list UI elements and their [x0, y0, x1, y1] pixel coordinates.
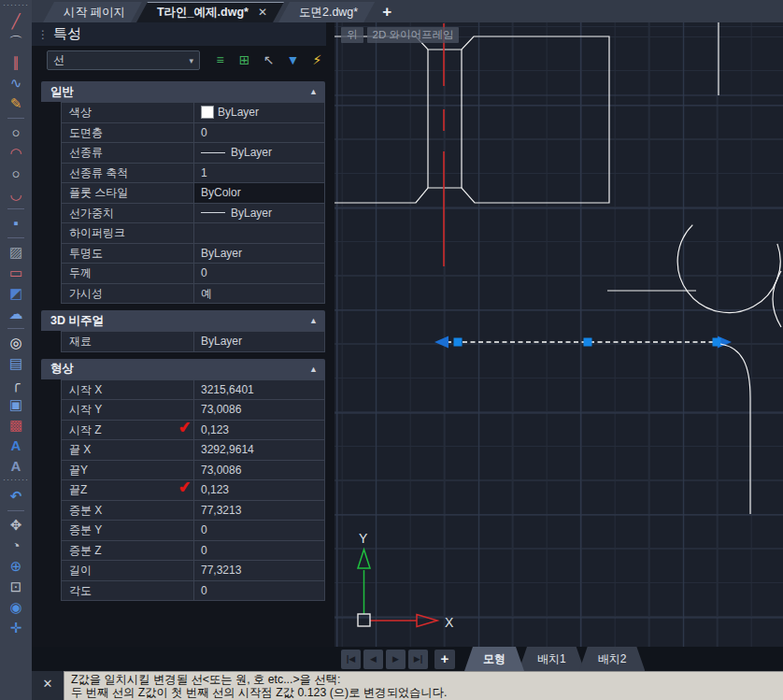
- ucs-y-label: Y: [359, 531, 368, 546]
- pan-icon[interactable]: ✥: [2, 515, 30, 536]
- property-row[interactable]: 증분 X 77,3213: [61, 501, 325, 521]
- circle-icon[interactable]: ○: [2, 122, 30, 143]
- close-tab-icon[interactable]: ✕: [258, 6, 267, 19]
- text-icon[interactable]: A: [2, 456, 30, 477]
- prev-layout-button[interactable]: ◀: [363, 650, 383, 669]
- polyline-icon[interactable]: ⌒: [2, 32, 30, 52]
- quick-select-icon[interactable]: ⊞: [235, 51, 253, 69]
- new-tab-button[interactable]: +: [382, 3, 392, 21]
- close-command-line-icon[interactable]: ✕: [32, 671, 64, 700]
- quick-filter-icon[interactable]: ⚡: [308, 51, 326, 69]
- property-row[interactable]: 증분 Z 0: [61, 541, 325, 562]
- property-row[interactable]: 시작 X 3215,6401: [61, 380, 325, 401]
- rectangle-icon[interactable]: ▭: [2, 263, 30, 283]
- section-header-3d-visual[interactable]: 3D 비주얼 ▲: [41, 310, 325, 331]
- command-line-text[interactable]: Z값을 일치시킬 변경될 선<또는 원, 호 etc...>을 선택: 두 번째…: [64, 671, 783, 700]
- pickadd-toggle-icon[interactable]: ≡: [211, 51, 229, 69]
- part-outline[interactable]: [335, 36, 609, 203]
- fillet-icon[interactable]: ╭: [2, 374, 30, 394]
- ellipse-icon[interactable]: ○: [2, 164, 30, 184]
- zoom-realtime-icon[interactable]: ⊕: [2, 556, 30, 577]
- property-row[interactable]: 각도 0: [61, 581, 325, 602]
- property-row[interactable]: 도면층 0: [61, 123, 325, 144]
- toolbar-grip[interactable]: ·······: [2, 2, 30, 11]
- circle-arc[interactable]: [677, 225, 780, 313]
- property-row[interactable]: 끝 X 3292,9614: [61, 440, 325, 461]
- mtext-icon[interactable]: A: [2, 436, 30, 456]
- grip-start[interactable]: [454, 338, 463, 347]
- offset-icon[interactable]: ∥: [2, 52, 30, 73]
- property-row[interactable]: 끝Z✔ 0,123: [61, 480, 325, 501]
- property-row[interactable]: 선가중치 ByLayer: [61, 204, 325, 224]
- property-row[interactable]: 끝Y 73,0086: [61, 461, 325, 481]
- fillet-curve[interactable]: [720, 344, 750, 514]
- grip-mid[interactable]: [584, 338, 592, 347]
- edge-arc[interactable]: [773, 271, 781, 327]
- file-tab-bar: 시작 페이지 T라인_예제.dwg*✕ 도면2.dwg* +: [32, 0, 783, 22]
- next-layout-button[interactable]: ▶: [386, 650, 406, 669]
- divider[interactable]: [7, 118, 24, 119]
- file-tab-start-page[interactable]: 시작 페이지: [43, 2, 142, 22]
- property-row[interactable]: 길이 77,3213: [61, 561, 325, 581]
- section-header-geometry[interactable]: 형상 ▲: [41, 359, 325, 379]
- property-row[interactable]: 가시성 예: [61, 284, 325, 305]
- property-row[interactable]: 시작 Z✔ 0,123: [61, 421, 325, 441]
- property-row[interactable]: 색상 ByLayer: [61, 103, 325, 123]
- property-row[interactable]: 플롯 스타일 ByColor: [61, 183, 325, 204]
- filter-icon[interactable]: ▼: [284, 51, 302, 69]
- donut-icon[interactable]: ◎: [2, 333, 30, 353]
- zoom-previous-icon[interactable]: ◔: [2, 536, 30, 556]
- tab-layout2[interactable]: 배치2: [579, 647, 646, 671]
- divider[interactable]: [7, 510, 24, 511]
- slot-lines[interactable]: [428, 50, 462, 188]
- object-type-select[interactable]: 선 ▾: [47, 50, 200, 70]
- gradient-icon[interactable]: ◩: [2, 283, 30, 304]
- property-row[interactable]: 선종류 축척 1: [61, 164, 325, 184]
- collapse-icon[interactable]: ▲: [309, 316, 318, 325]
- property-row[interactable]: 선종류 ByLayer: [61, 143, 325, 164]
- divider[interactable]: [7, 237, 24, 238]
- viewport-control[interactable]: 위: [341, 27, 363, 43]
- viewport-control[interactable]: 2D 와이어프레임: [367, 27, 460, 43]
- region-icon[interactable]: ▣: [2, 394, 30, 415]
- divider[interactable]: [7, 328, 24, 329]
- wipeout-icon[interactable]: ☁: [2, 304, 30, 324]
- file-tab-drawing2[interactable]: 도면2.dwg*: [278, 2, 375, 22]
- hatch-red-icon[interactable]: ▩: [2, 415, 30, 436]
- arc-icon[interactable]: ◠: [2, 143, 30, 164]
- zoom-center-icon[interactable]: ✛: [2, 618, 30, 638]
- arc-start-end-icon[interactable]: ◡: [2, 184, 30, 205]
- grip-end[interactable]: [713, 338, 721, 347]
- collapse-icon[interactable]: ▲: [309, 364, 318, 374]
- sketch-icon[interactable]: ✎: [2, 93, 30, 114]
- drawing-canvas[interactable]: 위 2D 와이어프레임: [335, 22, 783, 647]
- spline-icon[interactable]: ∿: [2, 73, 30, 93]
- first-layout-button[interactable]: |◀: [341, 650, 361, 669]
- select-objects-icon[interactable]: ↖: [260, 51, 278, 69]
- property-row[interactable]: 재료 ByLayer: [61, 332, 325, 352]
- zoom-dynamic-icon[interactable]: ◉: [2, 597, 30, 618]
- point-icon[interactable]: ▪: [2, 213, 30, 234]
- collapse-icon[interactable]: ▲: [309, 87, 318, 96]
- property-row[interactable]: 하이퍼링크: [61, 223, 325, 244]
- tab-layout1[interactable]: 배치1: [519, 647, 585, 671]
- tab-model[interactable]: 모형: [464, 647, 524, 671]
- stretch-arrow-left[interactable]: [434, 336, 448, 349]
- hatch-icon[interactable]: ▨: [2, 242, 30, 263]
- property-row[interactable]: 투명도 ByLayer: [61, 244, 325, 264]
- mleader-icon[interactable]: ▤: [2, 353, 30, 374]
- section-header-general[interactable]: 일반 ▲: [41, 81, 325, 102]
- divider[interactable]: [7, 208, 24, 209]
- new-layout-button[interactable]: +: [434, 650, 455, 669]
- zoom-window-icon[interactable]: ⊡: [2, 577, 30, 597]
- file-tab-active-drawing[interactable]: T라인_예제.dwg*✕: [136, 2, 284, 22]
- property-row[interactable]: 증분 Y 0: [61, 521, 325, 541]
- property-row[interactable]: 두께 0: [61, 264, 325, 284]
- properties-panel-header[interactable]: ⋮ 특성: [32, 22, 326, 46]
- line-icon[interactable]: ╱: [2, 11, 30, 32]
- undo-icon[interactable]: ↶: [2, 486, 30, 507]
- property-row[interactable]: 시작 Y 73,0086: [61, 400, 325, 421]
- panel-grip-icon[interactable]: ⋮: [37, 28, 47, 41]
- toolbar-grip[interactable]: ·······: [2, 477, 30, 486]
- last-layout-button[interactable]: ▶|: [408, 650, 428, 669]
